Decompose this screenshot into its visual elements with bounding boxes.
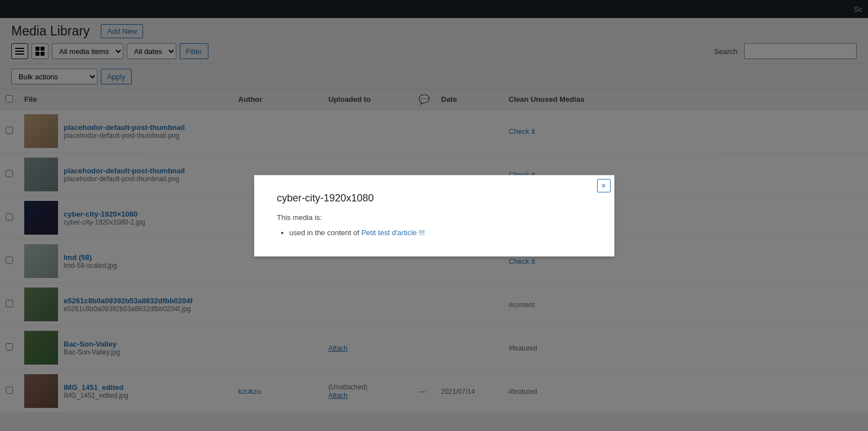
modal-item-text: used in the content of: [290, 228, 362, 237]
modal-overlay[interactable]: × cyber-city-1920x1080 This media is: us…: [0, 0, 868, 413]
modal-dialog: × cyber-city-1920x1080 This media is: us…: [254, 175, 615, 257]
modal-article-link[interactable]: Petit test d'article !!!: [361, 228, 425, 237]
modal-body: cyber-city-1920x1080 This media is: used…: [255, 176, 614, 256]
modal-description: This media is:: [277, 213, 591, 222]
modal-title: cyber-city-1920x1080: [277, 192, 591, 204]
modal-list-item: used in the content of Petit test d'arti…: [290, 228, 591, 237]
modal-usage-list: used in the content of Petit test d'arti…: [277, 228, 591, 237]
modal-close-button[interactable]: ×: [597, 179, 611, 192]
